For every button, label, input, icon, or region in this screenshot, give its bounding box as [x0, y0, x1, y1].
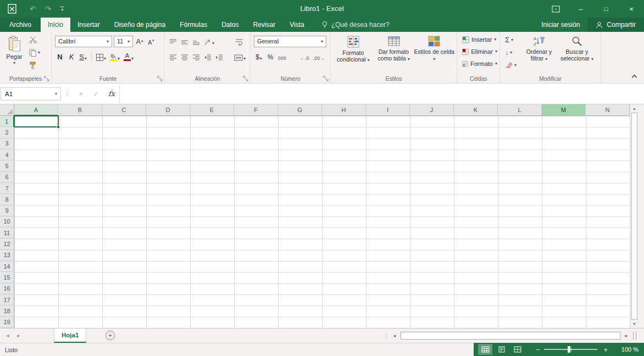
align-left-button[interactable]	[168, 51, 178, 63]
maximize-button[interactable]: □	[593, 0, 619, 18]
align-center-button[interactable]	[180, 51, 190, 63]
bold-button[interactable]: N	[55, 51, 65, 63]
tab-scrollbar-divider[interactable]: ⋮	[384, 329, 389, 343]
chevron-down-icon[interactable]: ▾	[52, 91, 60, 96]
sheet-tab-hoja1[interactable]: Hoja1	[54, 329, 86, 343]
row-header-10[interactable]: 10	[0, 216, 14, 227]
collapse-ribbon-button[interactable]	[632, 75, 637, 80]
zoom-slider-handle[interactable]	[568, 346, 570, 353]
next-sheet-button[interactable]: ►	[14, 329, 23, 343]
row-header-8[interactable]: 8	[0, 194, 14, 205]
column-header-M[interactable]: M	[542, 104, 586, 116]
column-header-A[interactable]: A	[14, 104, 58, 116]
column-header-G[interactable]: G	[278, 104, 322, 116]
orientation-button[interactable]: ▾	[203, 35, 215, 47]
column-header-E[interactable]: E	[190, 104, 234, 116]
undo-button[interactable]: ↶	[30, 5, 36, 13]
column-header-D[interactable]: D	[146, 104, 190, 116]
view-page-break-button[interactable]	[510, 344, 525, 355]
column-header-F[interactable]: F	[234, 104, 278, 116]
row-header-14[interactable]: 14	[0, 261, 14, 272]
underline-button[interactable]: S ▾	[78, 51, 88, 63]
tab-formulas[interactable]: Fórmulas	[173, 18, 214, 32]
format-painter-button[interactable]	[26, 59, 43, 71]
align-bottom-button[interactable]	[191, 35, 201, 47]
align-right-button[interactable]	[191, 51, 201, 63]
row-header-16[interactable]: 16	[0, 283, 14, 294]
cells-area[interactable]	[14, 116, 630, 328]
font-size-select[interactable]: 11 ▾	[114, 36, 133, 47]
column-header-J[interactable]: J	[410, 104, 454, 116]
hscroll-left-button[interactable]: ◄	[390, 329, 399, 343]
tab-split-handle[interactable]	[633, 332, 636, 340]
clear-button[interactable]: ▾	[502, 59, 522, 71]
format-cells-button[interactable]: Formato ▾	[459, 58, 497, 70]
number-format-select[interactable]: General ▾	[254, 36, 326, 47]
minimize-button[interactable]: –	[568, 0, 593, 18]
increase-font-size-button[interactable]: A ▴	[135, 35, 145, 47]
tab-revisar[interactable]: Revisar	[246, 18, 283, 32]
row-header-4[interactable]: 4	[0, 149, 14, 160]
customize-quick-access-button[interactable]: ▾	[60, 7, 64, 12]
share-button[interactable]: Compartir	[587, 18, 644, 32]
alignment-dialog-launcher[interactable]	[243, 76, 248, 81]
comma-format-button[interactable]: 000	[277, 51, 287, 63]
find-select-button[interactable]: Buscar y seleccionar ▾	[556, 34, 598, 74]
zoom-slider[interactable]	[544, 349, 598, 350]
new-sheet-button[interactable]: +	[106, 331, 115, 340]
select-all-corner[interactable]	[0, 104, 14, 116]
previous-sheet-button[interactable]: ◄	[3, 329, 12, 343]
tab-vista[interactable]: Vista	[282, 18, 311, 32]
tab-diseno-de-pagina[interactable]: Diseño de página	[107, 18, 173, 32]
cut-button[interactable]	[26, 34, 43, 46]
align-top-button[interactable]	[168, 35, 178, 47]
horizontal-scroll-thumb[interactable]	[401, 332, 620, 340]
column-header-N[interactable]: N	[586, 104, 630, 116]
insert-function-button[interactable]: fx	[104, 90, 119, 98]
column-header-C[interactable]: C	[102, 104, 146, 116]
fill-color-button[interactable]: ▾	[109, 51, 121, 63]
zoom-out-button[interactable]: −	[533, 346, 543, 354]
fill-handle[interactable]	[57, 125, 60, 129]
cancel-entry-button[interactable]: ×	[73, 90, 88, 98]
tab-datos[interactable]: Datos	[214, 18, 246, 32]
row-header-1[interactable]: 1	[0, 116, 14, 127]
name-box[interactable]: A1 ▾	[1, 87, 61, 101]
ribbon-display-options-button[interactable]	[543, 0, 568, 18]
vertical-scroll-thumb[interactable]	[631, 113, 637, 320]
row-header-2[interactable]: 2	[0, 127, 14, 138]
decrease-indent-button[interactable]	[203, 51, 213, 63]
column-header-H[interactable]: H	[322, 104, 366, 116]
merge-center-button[interactable]: ▾	[233, 51, 247, 63]
row-header-6[interactable]: 6	[0, 172, 14, 183]
sign-in-button[interactable]: Iniciar sesión	[534, 18, 587, 32]
row-header-17[interactable]: 17	[0, 294, 14, 305]
row-header-12[interactable]: 12	[0, 238, 14, 249]
italic-button[interactable]: K	[66, 51, 76, 63]
conditional-formatting-button[interactable]: Formato condicional ▾	[333, 34, 374, 74]
sort-filter-button[interactable]: A Z Ordenar y filtrar ▾	[522, 34, 556, 74]
paste-button[interactable]: Pegar ▾	[2, 34, 26, 74]
horizontal-scrollbar[interactable]	[400, 331, 621, 340]
zoom-level[interactable]: 100 %	[614, 346, 639, 353]
delete-cells-button[interactable]: Eliminar ▾	[459, 46, 497, 58]
scroll-up-button[interactable]: ▲	[630, 107, 639, 110]
row-header-7[interactable]: 7	[0, 183, 14, 194]
font-color-button[interactable]: A ▾	[123, 51, 135, 63]
column-header-I[interactable]: I	[366, 104, 410, 116]
currency-format-button[interactable]: $ ▾	[254, 51, 264, 63]
row-header-3[interactable]: 3	[0, 138, 14, 149]
copy-button[interactable]: ▾	[26, 46, 43, 59]
column-header-K[interactable]: K	[454, 104, 498, 116]
align-middle-button[interactable]	[180, 35, 190, 47]
cell-styles-button[interactable]: Estilos de celda ▾	[414, 34, 454, 74]
formula-input[interactable]	[119, 85, 644, 102]
excel-app-icon[interactable]	[7, 3, 18, 14]
autosum-button[interactable]: Σ ▾	[502, 34, 522, 46]
hscroll-right-button[interactable]: ►	[622, 329, 631, 343]
insert-cells-button[interactable]: Insertar ▾	[459, 34, 497, 46]
increase-indent-button[interactable]	[214, 51, 224, 63]
view-page-layout-button[interactable]	[494, 344, 508, 355]
row-header-19[interactable]: 19	[0, 317, 14, 328]
borders-button[interactable]: ▾	[95, 51, 107, 63]
